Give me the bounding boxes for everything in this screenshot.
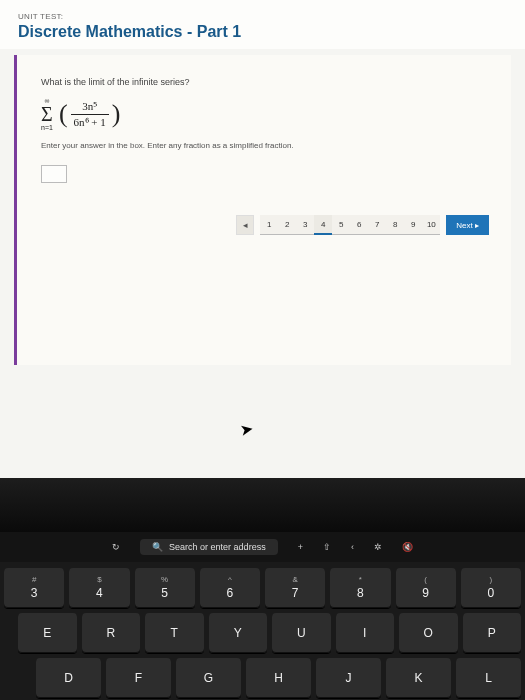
key-E[interactable]: E — [18, 613, 77, 653]
brightness-icon[interactable]: ✲ — [374, 542, 382, 552]
pager-prev-button[interactable]: ◂ — [236, 215, 254, 235]
keyboard: #3$4%5^6&7*8(9)0 ERTYUIOP DFGHJKL — [0, 562, 525, 700]
key-L[interactable]: L — [456, 658, 521, 698]
unit-test-label: UNIT TEST: — [18, 12, 507, 21]
key-U[interactable]: U — [272, 613, 331, 653]
mute-icon[interactable]: 🔇 — [402, 542, 413, 552]
cursor-icon: ➤ — [238, 419, 254, 440]
address-search[interactable]: 🔍 Search or enter address — [140, 539, 278, 555]
pager-number-2[interactable]: 2 — [278, 215, 296, 235]
question-prompt: What is the limit of the infinite series… — [41, 77, 489, 87]
key-9[interactable]: (9 — [396, 568, 456, 608]
laptop-bezel — [0, 478, 525, 532]
plus-icon[interactable]: + — [298, 542, 303, 552]
sigma-symbol: Σ — [41, 104, 53, 124]
key-7[interactable]: &7 — [265, 568, 325, 608]
key-D[interactable]: D — [36, 658, 101, 698]
answer-input[interactable] — [41, 165, 67, 183]
pager-next-button[interactable]: Next ▸ — [446, 215, 489, 235]
key-G[interactable]: G — [176, 658, 241, 698]
summation-formula: ∞ Σ n=1 ( 3n⁵ 6n⁶ + 1 ) — [41, 97, 489, 131]
page-header: UNIT TEST: Discrete Mathematics - Part 1 — [0, 0, 525, 49]
left-paren: ( — [59, 99, 68, 129]
key-6[interactable]: ^6 — [200, 568, 260, 608]
key-8[interactable]: *8 — [330, 568, 390, 608]
pager-number-10[interactable]: 10 — [422, 215, 440, 235]
sigma-lower-bound: n=1 — [41, 124, 53, 131]
refresh-icon[interactable]: ↻ — [112, 542, 120, 552]
key-O[interactable]: O — [399, 613, 458, 653]
key-I[interactable]: I — [336, 613, 395, 653]
paren-block: ( 3n⁵ 6n⁶ + 1 ) — [59, 99, 121, 129]
pager-number-4[interactable]: 4 — [314, 215, 332, 235]
pager-number-5[interactable]: 5 — [332, 215, 350, 235]
answer-instruction: Enter your answer in the box. Enter any … — [41, 141, 489, 150]
pager-number-8[interactable]: 8 — [386, 215, 404, 235]
pager-number-6[interactable]: 6 — [350, 215, 368, 235]
fraction-numerator: 3n⁵ — [79, 100, 100, 114]
search-placeholder: Search or enter address — [169, 542, 266, 552]
key-5[interactable]: %5 — [135, 568, 195, 608]
right-paren: ) — [112, 99, 121, 129]
fraction-denominator: 6n⁶ + 1 — [71, 114, 109, 129]
pager-number-1[interactable]: 1 — [260, 215, 278, 235]
question-card: What is the limit of the infinite series… — [14, 55, 511, 365]
course-title: Discrete Mathematics - Part 1 — [18, 23, 507, 41]
key-Y[interactable]: Y — [209, 613, 268, 653]
pager-number-9[interactable]: 9 — [404, 215, 422, 235]
touch-bar: ↻ 🔍 Search or enter address + ⇧ ‹ ✲ 🔇 — [0, 532, 525, 562]
key-K[interactable]: K — [386, 658, 451, 698]
key-P[interactable]: P — [463, 613, 522, 653]
pager-number-3[interactable]: 3 — [296, 215, 314, 235]
key-4[interactable]: $4 — [69, 568, 129, 608]
key-3[interactable]: #3 — [4, 568, 64, 608]
pager-number-7[interactable]: 7 — [368, 215, 386, 235]
key-0[interactable]: )0 — [461, 568, 521, 608]
fraction: 3n⁵ 6n⁶ + 1 — [71, 100, 109, 129]
key-R[interactable]: R — [82, 613, 141, 653]
key-J[interactable]: J — [316, 658, 381, 698]
pager: ◂ 12345678910 Next ▸ — [236, 215, 489, 235]
key-F[interactable]: F — [106, 658, 171, 698]
key-T[interactable]: T — [145, 613, 204, 653]
search-icon: 🔍 — [152, 542, 163, 552]
share-icon[interactable]: ⇧ — [323, 542, 331, 552]
key-H[interactable]: H — [246, 658, 311, 698]
sigma-block: ∞ Σ n=1 — [41, 97, 53, 131]
back-icon[interactable]: ‹ — [351, 542, 354, 552]
